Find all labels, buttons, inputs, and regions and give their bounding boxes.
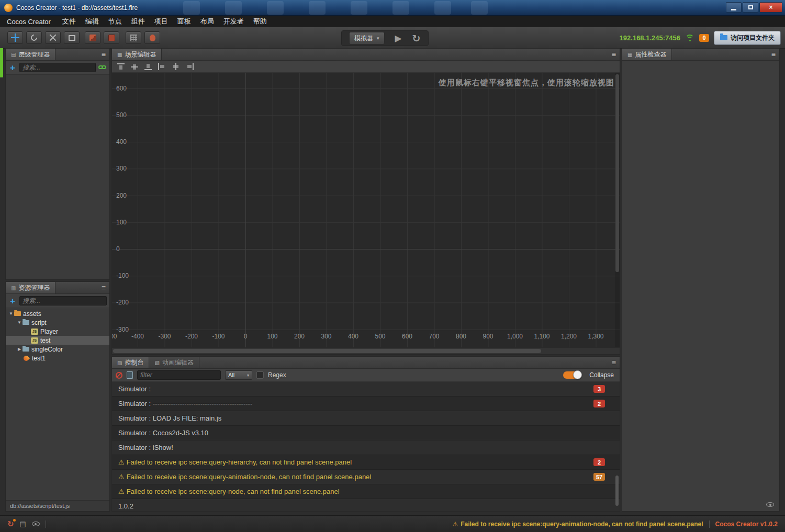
play-button[interactable]: ▶ [395, 34, 402, 43]
statusbar-divider [709, 520, 710, 528]
move-tool-button[interactable] [7, 31, 23, 44]
asset-tree-item[interactable]: test1 [6, 354, 109, 363]
aero-glass-reflection [471, 1, 488, 15]
scene-menu-icon[interactable]: ≡ [612, 49, 616, 60]
rect-tool-button[interactable] [64, 31, 80, 44]
hierarchy-search-input[interactable] [19, 63, 96, 72]
close-button[interactable]: × [759, 2, 782, 13]
collapse-arrow-icon[interactable]: ▼ [16, 320, 23, 325]
tab-scene[interactable]: ▩ 场景编辑器 [112, 49, 162, 60]
regex-checkbox[interactable] [256, 371, 264, 379]
tab-inspector[interactable]: ▦ 属性检查器 [622, 49, 672, 60]
assets-search-input[interactable] [19, 296, 107, 305]
log-list-icon[interactable]: ▤ [20, 520, 26, 527]
notification-badge[interactable]: 0 [699, 34, 709, 42]
scene-y-axis-label: 500 [116, 111, 127, 119]
tab-console[interactable]: ▨ 控制台 [112, 357, 149, 368]
hierarchy-menu-icon[interactable]: ≡ [102, 49, 106, 60]
tab-assets[interactable]: ▥ 资源管理器 [6, 282, 55, 293]
maximize-button[interactable] [743, 2, 758, 13]
scene-x-axis-label: -500 [112, 333, 117, 340]
menu-item-6[interactable]: 面板 [173, 17, 196, 26]
align-right-button[interactable] [185, 63, 194, 71]
sync-status-icon[interactable]: ↻ [7, 520, 14, 528]
scrollbar-thumb[interactable] [615, 74, 619, 272]
open-project-folder-button[interactable]: 访问项目文件夹 [714, 31, 781, 45]
collision-debug-button[interactable] [104, 31, 119, 44]
menu-item-9[interactable]: 帮助 [249, 17, 272, 26]
assets-menu-icon[interactable]: ≡ [102, 282, 106, 293]
scene-x-axis-label: 0 [244, 333, 248, 340]
grid-toggle-button[interactable] [126, 31, 141, 44]
rotate-tool-button[interactable] [26, 31, 42, 44]
inspector-menu-icon[interactable]: ≡ [771, 49, 776, 60]
asset-tree-item[interactable]: ▼script [6, 318, 109, 327]
align-top-button[interactable] [117, 63, 126, 71]
console-scrollbar[interactable] [615, 381, 619, 510]
asset-tree-item[interactable]: JSPlayer [6, 327, 109, 336]
toggle-knob[interactable] [573, 370, 582, 379]
menu-item-8[interactable]: 开发者 [219, 17, 249, 26]
asset-tree-item[interactable]: ▶singleColor [6, 345, 109, 354]
eye-icon[interactable] [766, 502, 774, 507]
console-menu-icon[interactable]: ≡ [612, 357, 616, 368]
texture-debug-button[interactable] [85, 31, 100, 44]
log-filter-input[interactable] [137, 370, 221, 380]
hierarchy-tree-body[interactable] [6, 75, 109, 279]
console-row[interactable]: Simulator : 3 [112, 382, 620, 397]
align-middle-button[interactable] [130, 63, 140, 71]
app-version[interactable]: Cocos Creator v1.0.2 [715, 520, 778, 528]
scene-x-axis-label: -300 [158, 333, 171, 340]
scene-x-axis-label: 800 [456, 333, 466, 340]
console-row[interactable]: 1.0.2 [112, 499, 620, 511]
scrollbar-thumb[interactable] [615, 476, 619, 506]
inspector-body [622, 61, 779, 511]
add-node-button[interactable]: + [8, 63, 17, 72]
asset-tree-item[interactable]: ▼assets [6, 309, 109, 318]
menu-item-1[interactable]: 文件 [58, 17, 81, 26]
console-row[interactable]: ⚠Failed to receive ipc scene:query-node,… [112, 484, 620, 499]
console-row[interactable]: Simulator : LOAD Js FILE: main.js [112, 411, 620, 426]
visibility-icon[interactable] [32, 522, 40, 526]
refresh-button[interactable]: ↻ [412, 33, 421, 43]
menu-item-2[interactable]: 编辑 [81, 17, 104, 26]
collapse-toggle[interactable] [563, 371, 581, 379]
scene-x-axis-label: 400 [348, 333, 358, 340]
console-row[interactable]: Simulator : Cocos2d-JS v3.10 [112, 426, 620, 440]
brick-icon [108, 35, 115, 41]
minimize-button[interactable] [726, 2, 742, 13]
titlebar[interactable]: Cocos Creator - test1 - db://assets/test… [0, 0, 785, 16]
menu-item-3[interactable]: 节点 [104, 17, 127, 26]
console-row[interactable]: ⚠Failed to receive ipc scene:query-anima… [112, 470, 620, 484]
export-log-button[interactable] [127, 371, 133, 379]
menu-item-4[interactable]: 组件 [127, 17, 150, 26]
assets-panel: ▥ 资源管理器 ≡ + ▼assets▼scriptJSPlayerJStest… [5, 281, 110, 512]
scrollbar-thumb[interactable] [113, 349, 541, 353]
collapse-arrow-icon[interactable]: ▼ [8, 311, 14, 316]
tab-animation-editor[interactable]: ▧ 动画编辑器 [149, 357, 199, 368]
link-icon[interactable] [98, 65, 107, 70]
asset-tree-item[interactable]: JStest [6, 336, 109, 345]
console-row[interactable]: Simulator : iShow! [112, 440, 620, 455]
log-level-select[interactable]: All ▾ [225, 370, 252, 380]
maximize-icon [748, 5, 753, 9]
align-center-button[interactable] [171, 63, 181, 71]
engine-debug-button[interactable] [144, 31, 160, 44]
menu-item-7[interactable]: 布局 [196, 17, 219, 26]
add-asset-button[interactable]: + [8, 297, 17, 305]
console-row[interactable]: Simulator : ----------------------------… [112, 397, 620, 411]
scene-vertical-scrollbar[interactable] [615, 73, 620, 347]
align-bottom-button[interactable] [144, 63, 153, 71]
expand-arrow-icon[interactable]: ▶ [16, 347, 23, 352]
scene-canvas[interactable]: 使用鼠标右键平移视窗焦点，使用滚轮缩放视图 600500400300200100… [112, 73, 620, 347]
folder-icon [23, 320, 29, 325]
scene-horizontal-scrollbar[interactable] [112, 347, 620, 354]
statusbar-warning[interactable]: ⚠ Failed to receive ipc scene:query-anim… [452, 520, 703, 528]
clear-console-button[interactable] [116, 372, 122, 379]
simulator-dropdown[interactable]: 模拟器 ▾ [349, 32, 385, 44]
scale-tool-button[interactable] [45, 31, 61, 44]
menu-item-5[interactable]: 项目 [150, 17, 173, 26]
align-left-button[interactable] [158, 63, 167, 71]
console-row[interactable]: ⚠Failed to receive ipc scene:query-hiera… [112, 455, 620, 470]
tab-hierarchy[interactable]: ▤ 层级管理器 [6, 49, 55, 60]
